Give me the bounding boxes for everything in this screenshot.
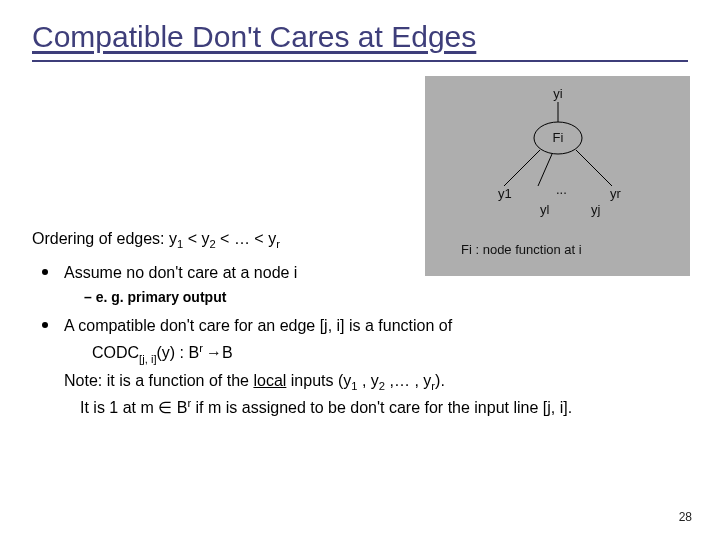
fig-fi: Fi [552, 130, 563, 145]
underlined-local: local [253, 372, 286, 389]
figure-caption: Fi : node function at i [461, 242, 680, 257]
svg-line-2 [504, 150, 540, 186]
fig-yl: yl [540, 202, 550, 217]
fig-yr: yr [610, 186, 622, 201]
page-number: 28 [679, 510, 692, 524]
bullet-compat: A compatible don't care for an edge [j, … [32, 314, 688, 338]
bullet-icon [42, 269, 48, 275]
slide-title: Compatible Don't Cares at Edges [32, 20, 688, 62]
fig-dots: ... [556, 182, 567, 197]
note-line: Note: it is a function of the local inpu… [64, 369, 688, 395]
it-line: It is 1 at m ∈ Br if m is assigned to be… [80, 395, 688, 420]
node-diagram: yi Fi y1 ... yr yl yj [468, 86, 648, 218]
fig-yi: yi [553, 86, 563, 101]
svg-line-3 [538, 154, 552, 186]
fig-yj: yj [591, 202, 601, 217]
fig-cap-fi: Fi [461, 242, 472, 257]
fig-y1: y1 [498, 186, 512, 201]
figure-box: yi Fi y1 ... yr yl yj Fi : node function… [425, 76, 690, 276]
svg-line-4 [576, 150, 612, 186]
bullet-icon [42, 322, 48, 328]
sub-bullet-eg: – e. g. primary output [84, 287, 688, 308]
codc-line: CODC[j, i](y) : Br →B [92, 340, 688, 367]
fig-cap-text: : node function at i [472, 242, 582, 257]
